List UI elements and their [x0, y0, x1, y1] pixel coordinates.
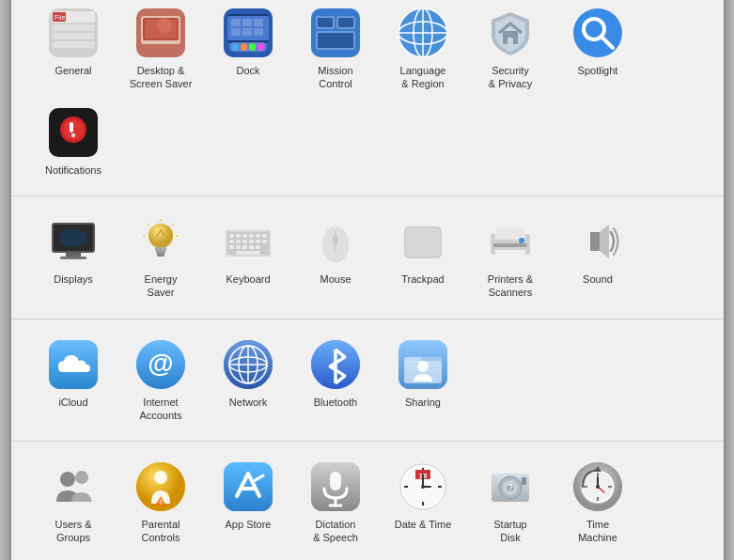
svg-rect-81: [262, 240, 267, 243]
spotlight-label: Spotlight: [578, 64, 618, 77]
svg-rect-72: [242, 234, 247, 238]
notifications-icon: [47, 106, 100, 159]
network-icon: [222, 338, 274, 391]
pref-item-dock[interactable]: Dock: [205, 0, 292, 99]
pref-item-startup-disk[interactable]: ? StartupDisk: [467, 453, 554, 552]
spotlight-icon: [571, 7, 624, 59]
svg-text:File: File: [55, 14, 65, 21]
icloud-label: iCloud: [58, 396, 87, 409]
pref-item-time-machine[interactable]: TimeMachine: [554, 453, 642, 552]
main-window: System Preferences ◀ ▶ Show All 🔍: [10, 0, 725, 560]
general-label: General: [55, 64, 91, 77]
svg-rect-54: [66, 253, 81, 257]
pref-item-notifications[interactable]: Notifications: [30, 99, 117, 184]
startup-disk-icon: ?: [484, 460, 537, 513]
svg-rect-24: [254, 19, 263, 26]
svg-rect-86: [256, 245, 260, 249]
svg-rect-79: [249, 240, 254, 243]
pref-item-printers-scanners[interactable]: Printers &Scanners: [467, 208, 554, 307]
pref-item-internet-accounts[interactable]: @ InternetAccounts: [117, 331, 205, 430]
svg-rect-70: [229, 234, 234, 238]
users-groups-label: Users &Groups: [55, 518, 91, 545]
svg-rect-34: [318, 33, 353, 48]
svg-rect-42: [508, 38, 513, 44]
security-privacy-icon: [484, 7, 537, 59]
bluetooth-label: Bluetooth: [314, 396, 357, 409]
internet-accounts-icon: @: [134, 338, 187, 391]
svg-point-57: [59, 228, 87, 247]
svg-rect-23: [242, 19, 252, 26]
pref-item-mouse[interactable]: Mouse: [292, 208, 380, 307]
sound-icon: [571, 215, 624, 268]
dictation-speech-icon: [309, 460, 362, 513]
pref-item-desktop-screensaver[interactable]: Desktop &Screen Saver: [117, 0, 205, 99]
pref-item-bluetooth[interactable]: Bluetooth: [292, 331, 380, 430]
pref-item-app-store[interactable]: App Store: [205, 453, 292, 552]
pref-item-accessibility[interactable]: Accessibility: [30, 552, 117, 560]
pref-item-trackpad[interactable]: Trackpad: [380, 208, 467, 307]
pref-item-sharing[interactable]: Sharing: [380, 331, 467, 430]
network-label: Network: [229, 396, 267, 409]
svg-text:!: !: [160, 498, 163, 506]
svg-rect-82: [229, 245, 234, 249]
pref-item-keyboard[interactable]: Keyboard: [205, 208, 292, 307]
system-grid: Users &Groups: [30, 453, 705, 560]
svg-rect-161: [522, 477, 526, 485]
svg-rect-74: [256, 234, 260, 238]
svg-point-91: [333, 235, 338, 244]
mission-control-label: MissionControl: [318, 64, 352, 91]
svg-rect-80: [256, 240, 260, 243]
svg-rect-10: [153, 44, 168, 49]
pref-item-dictation-speech[interactable]: Dictation& Speech: [292, 453, 380, 552]
pref-item-mission-control[interactable]: MissionControl: [292, 0, 380, 99]
svg-rect-21: [258, 44, 264, 51]
system-section: Users &Groups: [11, 442, 724, 560]
svg-line-64: [172, 224, 174, 226]
pref-item-users-groups[interactable]: Users &Groups: [30, 453, 117, 552]
svg-rect-140: [330, 472, 341, 490]
pref-item-date-time[interactable]: 18 Date & Time: [380, 453, 467, 552]
svg-rect-25: [231, 28, 241, 36]
displays-icon: [47, 215, 100, 268]
pref-item-energy-saver[interactable]: EnergySaver: [117, 208, 205, 307]
svg-point-43: [573, 8, 622, 57]
pref-item-language-region[interactable]: Language& Region: [380, 0, 467, 99]
mouse-label: Mouse: [320, 272, 351, 286]
svg-point-133: [154, 471, 167, 484]
svg-rect-32: [318, 18, 333, 27]
pref-item-spotlight[interactable]: Spotlight: [554, 0, 642, 99]
svg-rect-84: [242, 245, 247, 249]
pref-item-network[interactable]: Network: [205, 331, 292, 430]
general-icon: File: [47, 7, 100, 59]
svg-point-128: [417, 361, 429, 372]
svg-rect-99: [493, 243, 527, 247]
svg-text:@: @: [148, 349, 173, 378]
svg-line-66: [148, 224, 149, 226]
pref-item-displays[interactable]: Displays: [30, 208, 117, 307]
startup-disk-label: StartupDisk: [493, 518, 526, 545]
pref-item-sound[interactable]: Sound: [554, 208, 642, 307]
date-time-label: Date & Time: [395, 518, 452, 531]
personal-section: File General: [11, 0, 724, 196]
keyboard-icon: [222, 215, 274, 268]
svg-rect-61: [156, 251, 165, 254]
date-time-icon: 18: [397, 460, 449, 513]
svg-point-153: [421, 485, 425, 489]
pref-item-icloud[interactable]: iCloud: [30, 331, 117, 430]
svg-rect-94: [406, 228, 440, 257]
pref-item-security-privacy[interactable]: Security& Privacy: [467, 0, 554, 99]
parental-controls-icon: !: [134, 460, 187, 513]
bluetooth-icon: [309, 338, 362, 391]
mission-control-icon: [309, 7, 362, 59]
pref-item-parental-controls[interactable]: ! ParentalControls: [117, 453, 205, 552]
energy-saver-label: EnergySaver: [145, 272, 178, 300]
hardware-section: Displays: [11, 196, 724, 319]
svg-rect-78: [242, 240, 247, 243]
svg-text:?: ?: [508, 483, 513, 493]
svg-rect-71: [236, 234, 241, 238]
desktop-screensaver-label: Desktop &Screen Saver: [130, 64, 193, 91]
svg-point-129: [60, 472, 75, 487]
svg-rect-98: [495, 250, 525, 259]
internet-grid: iCloud: [30, 331, 705, 430]
pref-item-general[interactable]: File General: [30, 0, 117, 99]
